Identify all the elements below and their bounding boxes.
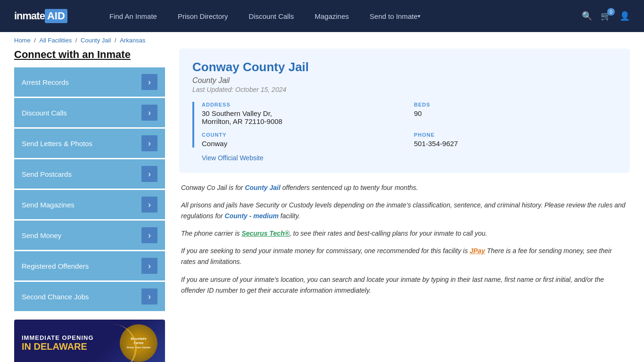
sidebar-menu: Arrest Records › Discount Calls › Send L…	[14, 67, 165, 311]
facility-name: Conway County Jail	[192, 60, 617, 74]
cart-icon[interactable]: 🛒 0	[601, 11, 611, 21]
county-medium-link[interactable]: County - medium	[225, 212, 279, 220]
breadcrumb-arkansas[interactable]: Arkansas	[120, 37, 145, 44]
cart-badge: 0	[607, 8, 615, 16]
search-icon[interactable]: 🔍	[582, 11, 592, 21]
breadcrumb-home[interactable]: Home	[14, 37, 31, 44]
sidebar-send-letters[interactable]: Send Letters & Photos ›	[14, 129, 165, 158]
arrow-icon: ›	[141, 166, 157, 182]
sidebar-second-chance-jobs[interactable]: Second Chance Jobs ›	[14, 282, 165, 311]
facility-card: Conway County Jail County Jail Last Upda…	[179, 49, 630, 173]
ad-line2: IN DELAWARE	[22, 341, 94, 352]
jpay-link[interactable]: JPay	[470, 247, 485, 255]
view-website-container: View Official Website	[192, 154, 617, 162]
county-value: Conway	[202, 140, 405, 148]
arrow-icon: ›	[141, 105, 157, 121]
main-nav: Find An Inmate Prison Directory Discount…	[99, 0, 582, 32]
arrow-icon: ›	[141, 288, 157, 304]
breadcrumb: Home / All Facilities / County Jail / Ar…	[0, 32, 644, 49]
facility-type: County Jail	[192, 76, 617, 85]
arrow-icon: ›	[141, 135, 157, 151]
address-label: ADDRESS	[202, 102, 405, 107]
detail-address: ADDRESS 30 Southern Valley Dr, Morrilton…	[202, 102, 405, 125]
ad-banner[interactable]: IMMEDIATE OPENING IN DELAWARE MountaireF…	[14, 320, 165, 362]
sidebar-registered-offenders[interactable]: Registered Offenders ›	[14, 251, 165, 280]
sidebar-send-money[interactable]: Send Money ›	[14, 221, 165, 250]
facility-details: ADDRESS 30 Southern Valley Dr, Morrilton…	[192, 102, 617, 148]
desc-p2: All prisons and jails have Security or C…	[181, 200, 628, 222]
breadcrumb-all-facilities[interactable]: All Facilities	[40, 37, 72, 44]
sidebar-discount-calls[interactable]: Discount Calls ›	[14, 98, 165, 127]
sidebar-send-postcards[interactable]: Send Postcards ›	[14, 159, 165, 189]
desc-p3: The phone carrier is Securus Tech®, to s…	[181, 228, 628, 239]
desc-p1: Conway Co Jail is for County Jail offend…	[181, 182, 628, 193]
ad-line1: IMMEDIATE OPENING	[22, 334, 94, 341]
header-icons: 🔍 🛒 0 👤	[582, 11, 630, 21]
facility-description: Conway Co Jail is for County Jail offend…	[179, 182, 630, 296]
view-website-link[interactable]: View Official Website	[202, 154, 264, 162]
header: inmateAID Find An Inmate Prison Director…	[0, 0, 644, 32]
arrow-icon: ›	[141, 227, 157, 243]
detail-county: COUNTY Conway	[202, 132, 405, 148]
connect-title: Connect with an Inmate	[14, 49, 165, 61]
arrow-icon: ›	[141, 197, 157, 213]
nav-prison-directory[interactable]: Prison Directory	[167, 0, 239, 32]
nav-send-to-inmate[interactable]: Send to Inmate	[359, 0, 431, 32]
detail-phone: PHONE 501-354-9627	[414, 132, 617, 148]
beds-value: 90	[414, 109, 617, 117]
nav-magazines[interactable]: Magazines	[304, 0, 359, 32]
main-content: Conway County Jail County Jail Last Upda…	[179, 49, 630, 362]
county-label: COUNTY	[202, 132, 405, 138]
breadcrumb-county-jail[interactable]: County Jail	[81, 37, 111, 44]
user-icon[interactable]: 👤	[619, 11, 630, 21]
address-value: 30 Southern Valley Dr, Morrilton, AR 721…	[202, 109, 405, 125]
facility-last-updated: Last Updated: October 15, 2024	[192, 86, 617, 93]
nav-find-inmate[interactable]: Find An Inmate	[99, 0, 167, 32]
detail-beds: BEDS 90	[414, 102, 617, 125]
phone-label: PHONE	[414, 132, 617, 138]
sidebar-send-magazines[interactable]: Send Magazines ›	[14, 190, 165, 219]
desc-p4: If you are seeking to send your inmate m…	[181, 246, 628, 267]
securus-link[interactable]: Securus Tech®	[241, 230, 289, 237]
nav-discount-calls[interactable]: Discount Calls	[239, 0, 305, 32]
arrow-icon: ›	[141, 258, 157, 274]
logo[interactable]: inmateAID	[14, 9, 80, 23]
sidebar-arrest-records[interactable]: Arrest Records ›	[14, 67, 165, 97]
desc-p5: If you are unsure of your inmate’s locat…	[181, 274, 628, 296]
main-layout: Connect with an Inmate Arrest Records › …	[0, 49, 644, 362]
sidebar: Connect with an Inmate Arrest Records › …	[14, 49, 165, 362]
arrow-icon: ›	[141, 74, 157, 90]
phone-value: 501-354-9627	[414, 140, 617, 148]
beds-label: BEDS	[414, 102, 617, 107]
